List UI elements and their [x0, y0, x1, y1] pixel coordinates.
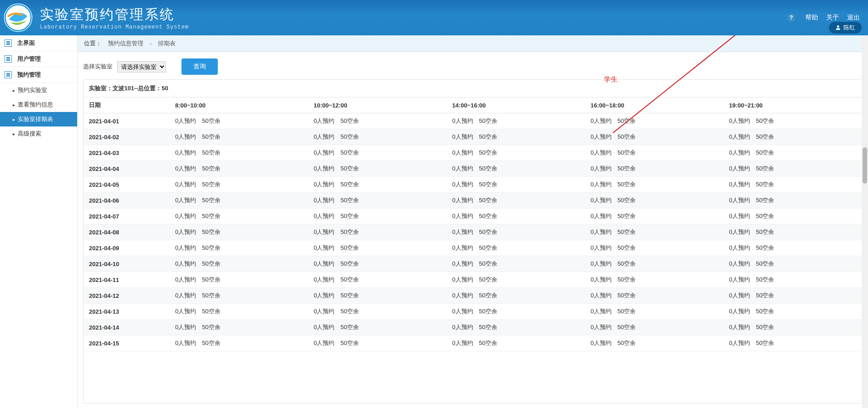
- app-subtitle: Laboratory Reservation Management System: [40, 24, 189, 30]
- slot-cell[interactable]: 0人预约 50空余: [308, 335, 446, 351]
- slot-cell[interactable]: 0人预约 50空余: [446, 288, 585, 304]
- slot-cell[interactable]: 0人预约 50空余: [170, 335, 308, 351]
- slot-cell[interactable]: 0人预约 50空余: [308, 145, 446, 161]
- slot-cell[interactable]: 0人预约 50空余: [446, 209, 585, 224]
- slot-cell[interactable]: 0人预约 50空余: [170, 129, 308, 145]
- slot-cell[interactable]: 0人预约 50空余: [308, 288, 446, 304]
- slot-cell[interactable]: 0人预约 50空余: [724, 256, 862, 272]
- sidebar-sub-item[interactable]: ▸高级搜索: [0, 126, 77, 141]
- slot-cell[interactable]: 0人预约 50空余: [446, 272, 585, 288]
- table-row: 2021-04-020人预约 50空余0人预约 50空余0人预约 50空余0人预…: [83, 129, 862, 145]
- sidebar-sub-item[interactable]: ▸实验室排期表: [0, 112, 77, 126]
- sidebar-item-user-mgmt[interactable]: 用户管理: [0, 51, 77, 67]
- slot-cell[interactable]: 0人预约 50空余: [585, 288, 724, 304]
- slot-cell[interactable]: 0人预约 50空余: [170, 145, 308, 161]
- slot-cell[interactable]: 0人预约 50空余: [446, 129, 585, 145]
- slot-cell[interactable]: 0人预约 50空余: [724, 335, 862, 351]
- slot-cell[interactable]: 0人预约 50空余: [724, 224, 862, 240]
- sidebar-sub-item[interactable]: ▸预约实验室: [0, 83, 77, 97]
- column-header: 19:00~21:00: [724, 97, 862, 113]
- slot-cell[interactable]: 0人预约 50空余: [170, 272, 308, 288]
- slot-cell[interactable]: 0人预约 50空余: [585, 209, 724, 224]
- slot-cell[interactable]: 0人预约 50空余: [308, 177, 446, 193]
- slot-cell[interactable]: 0人预约 50空余: [170, 161, 308, 177]
- sidebar-item-home[interactable]: 主界面: [0, 35, 77, 51]
- slot-cell[interactable]: 0人预约 50空余: [308, 240, 446, 256]
- slot-cell[interactable]: 0人预约 50空余: [308, 113, 446, 129]
- slot-cell[interactable]: 0人预约 50空余: [585, 272, 724, 288]
- slot-cell[interactable]: 0人预约 50空余: [585, 224, 724, 240]
- slot-cell[interactable]: 0人预约 50空余: [446, 335, 585, 351]
- slot-cell[interactable]: 0人预约 50空余: [308, 272, 446, 288]
- slot-cell[interactable]: 0人预约 50空余: [585, 335, 724, 351]
- slot-cell[interactable]: 0人预约 50空余: [446, 145, 585, 161]
- slot-cell[interactable]: 0人预约 50空余: [585, 240, 724, 256]
- slot-cell[interactable]: 0人预约 50空余: [170, 209, 308, 224]
- slot-cell[interactable]: 0人预约 50空余: [308, 193, 446, 209]
- help-icon[interactable]: ?: [787, 14, 795, 22]
- slot-cell[interactable]: 0人预约 50空余: [308, 256, 446, 272]
- slot-cell[interactable]: 0人预约 50空余: [585, 193, 724, 209]
- slot-cell[interactable]: 0人预约 50空余: [585, 145, 724, 161]
- slot-cell[interactable]: 0人预约 50空余: [724, 288, 862, 304]
- slot-cell[interactable]: 0人预约 50空余: [170, 256, 308, 272]
- slot-cell[interactable]: 0人预约 50空余: [170, 304, 308, 320]
- logout-link[interactable]: 退出: [844, 14, 863, 22]
- slot-cell[interactable]: 0人预约 50空余: [308, 209, 446, 224]
- slot-cell[interactable]: 0人预约 50空余: [724, 320, 862, 335]
- sidebar-item-label: 预约管理: [17, 71, 41, 79]
- lab-select[interactable]: 请选择实验室: [117, 61, 166, 73]
- slot-cell[interactable]: 0人预约 50空余: [446, 113, 585, 129]
- slot-cell[interactable]: 0人预约 50空余: [724, 145, 862, 161]
- slot-cell[interactable]: 0人预约 50空余: [446, 193, 585, 209]
- slot-cell[interactable]: 0人预约 50空余: [724, 161, 862, 177]
- user-button[interactable]: 陈红: [829, 22, 862, 34]
- slot-cell[interactable]: 0人预约 50空余: [170, 224, 308, 240]
- scrollbar-thumb[interactable]: [863, 147, 867, 184]
- slot-cell[interactable]: 0人预约 50空余: [170, 320, 308, 335]
- breadcrumb-a[interactable]: 预约信息管理: [108, 39, 143, 48]
- slot-cell[interactable]: 0人预约 50空余: [585, 129, 724, 145]
- slot-cell[interactable]: 0人预约 50空余: [446, 177, 585, 193]
- slot-cell[interactable]: 0人预约 50空余: [308, 129, 446, 145]
- vertical-scrollbar[interactable]: [862, 35, 868, 408]
- slot-cell[interactable]: 0人预约 50空余: [446, 256, 585, 272]
- about-link[interactable]: 关于: [824, 14, 842, 22]
- date-cell: 2021-04-04: [83, 161, 170, 177]
- slot-cell[interactable]: 0人预约 50空余: [170, 288, 308, 304]
- slot-cell[interactable]: 0人预约 50空余: [585, 304, 724, 320]
- slot-cell[interactable]: 0人预约 50空余: [724, 129, 862, 145]
- sidebar-item-reservation-mgmt[interactable]: 预约管理: [0, 67, 77, 83]
- slot-cell[interactable]: 0人预约 50空余: [170, 240, 308, 256]
- slot-cell[interactable]: 0人预约 50空余: [724, 304, 862, 320]
- slot-cell[interactable]: 0人预约 50空余: [585, 256, 724, 272]
- slot-cell[interactable]: 0人预约 50空余: [446, 240, 585, 256]
- slot-cell[interactable]: 0人预约 50空余: [585, 161, 724, 177]
- slot-cell[interactable]: 0人预约 50空余: [724, 272, 862, 288]
- slot-cell[interactable]: 0人预约 50空余: [724, 113, 862, 129]
- slot-cell[interactable]: 0人预约 50空余: [724, 177, 862, 193]
- slot-cell[interactable]: 0人预约 50空余: [170, 177, 308, 193]
- slot-cell[interactable]: 0人预约 50空余: [446, 304, 585, 320]
- help-link[interactable]: 帮助: [803, 14, 821, 22]
- sidebar-sub-item[interactable]: ▸查看预约信息: [0, 97, 77, 112]
- slot-cell[interactable]: 0人预约 50空余: [585, 320, 724, 335]
- slot-cell[interactable]: 0人预约 50空余: [585, 177, 724, 193]
- user-icon: [835, 25, 841, 30]
- slot-cell[interactable]: 0人预约 50空余: [446, 224, 585, 240]
- slot-cell[interactable]: 0人预约 50空余: [446, 161, 585, 177]
- slot-cell[interactable]: 0人预约 50空余: [724, 193, 862, 209]
- slot-cell[interactable]: 0人预约 50空余: [585, 113, 724, 129]
- slot-cell[interactable]: 0人预约 50空余: [308, 161, 446, 177]
- slot-cell[interactable]: 0人预约 50空余: [724, 240, 862, 256]
- slot-cell[interactable]: 0人预约 50空余: [308, 320, 446, 335]
- query-button[interactable]: 查询: [181, 58, 218, 75]
- slot-cell[interactable]: 0人预约 50空余: [308, 304, 446, 320]
- slot-cell[interactable]: 0人预约 50空余: [308, 224, 446, 240]
- table-row: 2021-04-140人预约 50空余0人预约 50空余0人预约 50空余0人预…: [83, 320, 862, 335]
- slot-cell[interactable]: 0人预约 50空余: [446, 320, 585, 335]
- slot-cell[interactable]: 0人预约 50空余: [170, 113, 308, 129]
- slot-cell[interactable]: 0人预约 50空余: [724, 209, 862, 224]
- slot-cell[interactable]: 0人预约 50空余: [170, 193, 308, 209]
- main-content: 位置： 预约信息管理 › 排期表 选择实验室 请选择实验室 查询 学生 实验室：…: [78, 35, 868, 408]
